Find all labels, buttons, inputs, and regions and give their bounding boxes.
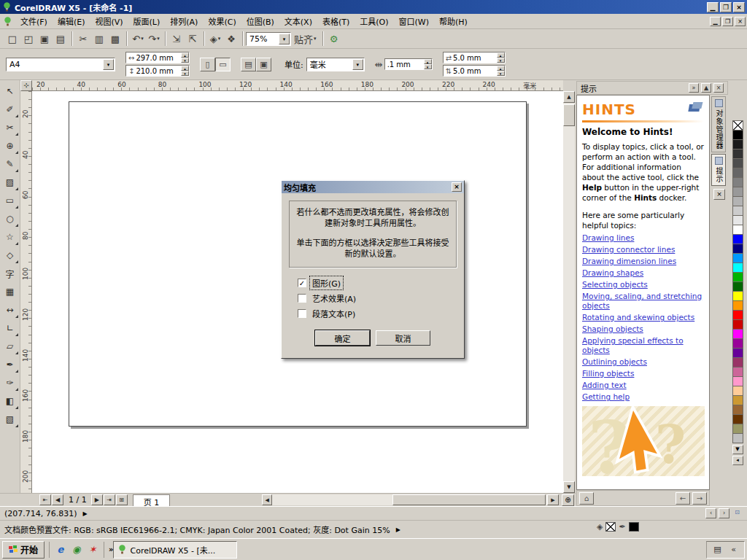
connector-tool[interactable]: ∟ — [1, 319, 19, 337]
cancel-button[interactable]: 取消 — [376, 330, 430, 346]
scroll-right-icon[interactable]: ▶ — [547, 494, 559, 505]
paper-size-dropdown-icon[interactable]: ▾ — [103, 59, 114, 70]
vertical-scrollbar[interactable]: ▲ ▼ — [563, 91, 575, 493]
zoom-level-combo[interactable]: 75% ▾ — [246, 32, 291, 46]
page-tab[interactable]: 页 1 — [133, 494, 171, 506]
freehand-tool[interactable]: ✎ — [1, 155, 19, 173]
duplicate-y-value[interactable]: 5.0 mm — [453, 67, 497, 75]
palette-scroll-down-icon[interactable]: ▼ — [732, 445, 743, 454]
interactive-fill-tool[interactable]: ▧ — [1, 411, 19, 428]
spin-down-icon[interactable]: ▾ — [497, 58, 505, 63]
horizontal-scroll-thumb[interactable] — [392, 494, 546, 505]
hint-link[interactable]: Getting help — [582, 392, 704, 402]
color-swatch[interactable] — [732, 395, 743, 405]
color-swatch[interactable] — [732, 348, 743, 358]
spin-up-icon[interactable]: ▴ — [497, 52, 505, 58]
color-swatch[interactable] — [732, 386, 743, 396]
spin-up-icon[interactable]: ▴ — [497, 66, 505, 71]
docker-close-icon[interactable]: × — [713, 83, 724, 93]
menu-item[interactable]: 帮助(H) — [434, 13, 473, 29]
checkbox[interactable]: ✓ — [298, 279, 306, 287]
color-swatch[interactable] — [732, 272, 743, 282]
palette-flyout-icon[interactable]: ◂ — [732, 456, 743, 465]
dialog-close-icon[interactable]: × — [452, 182, 462, 192]
options-icon[interactable]: ⚙ — [326, 31, 342, 47]
menu-item[interactable]: 版面(L) — [128, 13, 166, 29]
undo-icon[interactable]: ↶▾ — [130, 31, 146, 47]
vertical-ruler[interactable]: 20406080100120140160180200 — [20, 91, 32, 493]
minimize-button[interactable]: ▁ — [707, 2, 719, 12]
smart-fill-tool[interactable]: ▨ — [1, 174, 19, 191]
hint-link[interactable]: Drawing shapes — [582, 268, 704, 278]
last-page-icon[interactable]: ⇥ — [104, 494, 115, 505]
menu-item[interactable]: 视图(V) — [90, 13, 128, 29]
menu-item[interactable]: 位图(B) — [241, 13, 279, 29]
menu-item[interactable]: 排列(A) — [165, 13, 203, 29]
color-swatch[interactable] — [732, 234, 743, 244]
color-swatch[interactable] — [732, 225, 743, 235]
hints-forward-icon[interactable]: → — [692, 492, 707, 505]
color-swatch[interactable] — [732, 414, 743, 424]
table-tool[interactable]: ▦ — [1, 283, 19, 300]
hint-link[interactable]: Shaping objects — [582, 324, 704, 334]
color-swatch[interactable] — [732, 281, 743, 292]
paper-width-spinner[interactable]: ↔ 297.0 mm ▴▾ — [125, 52, 190, 63]
units-dropdown-icon[interactable]: ▾ — [352, 59, 363, 70]
application-launcher-icon[interactable]: ◈▾ — [207, 31, 223, 47]
open-icon[interactable]: ◰ — [20, 31, 36, 47]
spin-up-icon[interactable]: ▴ — [181, 52, 189, 58]
portrait-orientation-button[interactable]: ▯ — [200, 58, 215, 71]
mdi-minimize-button[interactable]: ▁ — [710, 17, 721, 26]
units-combo[interactable]: 毫米 ▾ — [306, 58, 365, 71]
ellipse-tool[interactable]: ○ — [1, 210, 19, 228]
color-swatch[interactable] — [732, 291, 743, 301]
dialog-titlebar[interactable]: 均匀填充 × — [282, 181, 464, 193]
start-button[interactable]: 开始 — [2, 541, 44, 559]
duplicate-distance-y-spinner[interactable]: ⇅ 5.0 mm ▴▾ — [443, 65, 506, 77]
duplicate-x-value[interactable]: 5.0 mm — [453, 54, 497, 62]
crop-tool[interactable]: ✂ — [1, 119, 19, 136]
hint-link[interactable]: Drawing dimension lines — [582, 257, 704, 266]
ruler-origin-button[interactable]: ⊹ — [20, 80, 32, 91]
hints-home-icon[interactable]: ⌂ — [579, 492, 594, 505]
paper-size-combo[interactable]: A4 ▾ — [6, 58, 115, 71]
internet-explorer-icon[interactable]: e — [54, 543, 67, 556]
welcome-screen-icon[interactable]: ❖ — [223, 31, 239, 47]
color-swatch[interactable] — [732, 338, 743, 349]
color-swatch[interactable] — [732, 319, 743, 330]
fill-swatch[interactable] — [605, 522, 616, 532]
color-swatch[interactable] — [732, 310, 743, 320]
close-button[interactable]: × — [733, 2, 745, 12]
landscape-orientation-button[interactable]: ▭ — [215, 58, 231, 71]
vertical-scroll-thumb[interactable] — [563, 104, 575, 126]
color-swatch[interactable] — [732, 262, 743, 273]
color-swatch[interactable] — [732, 168, 743, 178]
hint-link[interactable]: Applying special effects to objects — [582, 336, 704, 355]
next-page-icon[interactable]: ▶ — [91, 494, 103, 505]
docker-strip-close-icon[interactable]: × — [713, 189, 725, 200]
paper-height-spinner[interactable]: ↕ 210.0 mm ▴▾ — [125, 65, 190, 77]
outline-swatch[interactable] — [629, 522, 639, 532]
all-pages-button[interactable]: ▤ — [241, 58, 256, 71]
ok-button[interactable]: 确定 — [315, 330, 370, 346]
color-swatch[interactable] — [732, 196, 743, 206]
window-titlebar[interactable]: CorelDRAW X5 - [未命名 -1] ▁ ❐ × — [0, 0, 747, 14]
horizontal-ruler[interactable]: 20406080100120140160180200220240毫米 — [32, 80, 563, 91]
color-eyedropper-tool[interactable]: ✒ — [1, 356, 19, 373]
checkbox[interactable] — [298, 294, 306, 303]
add-page-icon[interactable]: ⊞ — [116, 494, 128, 505]
hint-link[interactable]: Selecting objects — [582, 280, 704, 289]
export-icon[interactable]: ⇱ — [185, 31, 201, 47]
color-swatch[interactable] — [732, 206, 743, 216]
color-swatch[interactable] — [732, 405, 743, 415]
spin-up-icon[interactable]: ▴ — [181, 66, 189, 71]
spin-down-icon[interactable]: ▾ — [181, 71, 189, 76]
hint-link[interactable]: Drawing connector lines — [582, 245, 704, 254]
color-swatch[interactable] — [732, 300, 743, 311]
hint-link[interactable]: Outlining objects — [582, 357, 704, 367]
outline-pen-tool[interactable]: ✑ — [1, 374, 19, 392]
nudge-offset-value[interactable]: .1 mm — [387, 61, 424, 69]
color-swatch[interactable] — [732, 215, 743, 225]
hints-back-icon[interactable]: ← — [676, 492, 690, 505]
menu-item[interactable]: 工具(O) — [355, 13, 393, 29]
